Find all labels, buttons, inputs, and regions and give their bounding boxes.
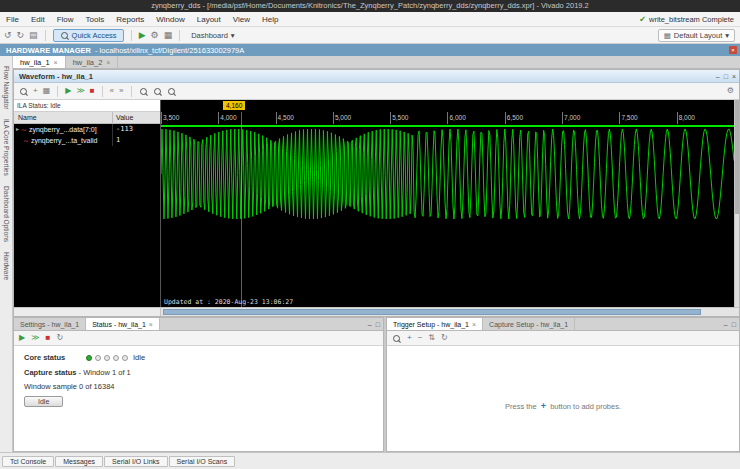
- menu-edit[interactable]: Edit: [25, 12, 51, 27]
- dashboard-dropdown[interactable]: Dashboard ▾: [187, 30, 238, 41]
- stop-trigger-icon[interactable]: ■: [90, 87, 95, 95]
- close-icon[interactable]: ×: [732, 70, 736, 83]
- quick-access-button[interactable]: Quick Access: [53, 29, 124, 42]
- maximize-icon[interactable]: □: [732, 318, 736, 331]
- wave-search-icon[interactable]: [19, 87, 28, 96]
- close-icon[interactable]: ×: [54, 59, 58, 66]
- tab-hw-ila-2[interactable]: hw_ila_2 ×: [66, 56, 119, 68]
- undo-icon[interactable]: ↺: [4, 31, 12, 40]
- column-value[interactable]: Value: [112, 112, 160, 123]
- column-name[interactable]: Name: [14, 112, 112, 123]
- tab-capture-label: Capture Setup - hw_ila_1: [489, 321, 568, 328]
- wave-scroll-track[interactable]: [161, 308, 739, 316]
- tab-settings-hw-ila-1[interactable]: Settings - hw_ila_1: [14, 318, 86, 330]
- tab-serial-io-scans[interactable]: Serial I/O Scans: [169, 456, 236, 467]
- wave-window-icon[interactable]: ▦: [43, 87, 51, 95]
- close-icon[interactable]: ×: [149, 321, 153, 328]
- analog-signal-icon: ∼: [21, 124, 27, 135]
- expand-icon[interactable]: ▸: [16, 124, 19, 135]
- menu-tools[interactable]: Tools: [80, 12, 111, 27]
- signal-row-tvalid[interactable]: ∼ zynqberry_...ta_tvalid 1: [14, 135, 160, 146]
- menu-window[interactable]: Window: [150, 12, 190, 27]
- stop-trigger-icon[interactable]: ■: [46, 334, 51, 342]
- time-marker-line[interactable]: [241, 112, 242, 307]
- wave-vertical-scrollbar[interactable]: [734, 100, 739, 307]
- maximize-icon[interactable]: □: [376, 318, 380, 331]
- tab-messages[interactable]: Messages: [55, 456, 103, 467]
- sidebar-item-dashboard-options[interactable]: Dashboard Options: [3, 186, 10, 242]
- refresh-icon[interactable]: ↻: [441, 334, 448, 342]
- settings-gear-icon[interactable]: ⚙: [151, 31, 159, 40]
- minimize-icon[interactable]: –: [368, 318, 372, 331]
- zoom-out-icon[interactable]: [153, 87, 162, 96]
- add-signal-icon[interactable]: +: [33, 87, 38, 95]
- signal-row-data[interactable]: ▸ ∼ zynqberry_...data[7:0] -113: [14, 124, 160, 135]
- wave-horizontal-scrollbar[interactable]: [14, 307, 739, 316]
- run-trigger-icon[interactable]: ▶: [65, 87, 71, 95]
- minimize-icon[interactable]: –: [716, 70, 720, 83]
- close-icon[interactable]: ×: [472, 321, 476, 328]
- ruler-tick: 5,500: [390, 112, 447, 124]
- menu-file[interactable]: File: [0, 12, 25, 27]
- status-dot-active: [86, 355, 92, 361]
- ruler-tick: 6,000: [447, 112, 504, 124]
- tab-serial-io-links[interactable]: Serial I/O Links: [104, 456, 167, 467]
- tab-tcl-console[interactable]: Tcl Console: [2, 456, 54, 467]
- name-pane-scroll-track[interactable]: [14, 308, 161, 316]
- waveform-panel-header[interactable]: Waveform - hw_ila_1 – □ ×: [14, 70, 739, 83]
- sidebar-item-hardware[interactable]: Hardware: [3, 252, 10, 280]
- menu-view[interactable]: View: [227, 12, 256, 27]
- run-immediate-icon[interactable]: ≫: [31, 334, 39, 342]
- signal-value: 1: [112, 135, 160, 146]
- reports-grid-icon[interactable]: ▦: [164, 31, 173, 40]
- zoom-fit-icon[interactable]: [167, 87, 176, 96]
- refresh-icon[interactable]: ↻: [56, 334, 63, 342]
- layout-select[interactable]: ▦ Default Layout ▾: [658, 29, 735, 42]
- menu-layout[interactable]: Layout: [191, 12, 227, 27]
- run-status[interactable]: ✔ write_bitstream Complete: [639, 12, 734, 27]
- capture-status-detail: - Window 1 of 1: [79, 368, 131, 377]
- signal-rows: ▸ ∼ zynqberry_...data[7:0] -113 ∼ zynqbe…: [14, 124, 160, 307]
- redo-icon[interactable]: ↻: [17, 31, 25, 40]
- tab-capture-setup[interactable]: Capture Setup - hw_ila_1: [483, 318, 575, 330]
- reorder-icon[interactable]: ⇅: [428, 334, 435, 342]
- menu-help[interactable]: Help: [256, 12, 284, 27]
- search-icon[interactable]: [392, 334, 401, 343]
- ruler-tick: 4,500: [276, 112, 333, 124]
- vivado-window: zynqberry_dds - [/media/psf/Home/Documen…: [0, 0, 740, 469]
- window-title: zynqberry_dds - [/media/psf/Home/Documen…: [0, 0, 740, 12]
- core-status-dots: [86, 355, 128, 361]
- tab-hw-ila-1[interactable]: hw_ila_1 ×: [13, 56, 66, 68]
- run-icon[interactable]: ▶: [139, 31, 146, 40]
- quick-access-label: Quick Access: [72, 31, 117, 40]
- minimize-icon[interactable]: –: [724, 318, 728, 331]
- wave-scroll-thumb[interactable]: [163, 309, 701, 315]
- tab-status-hw-ila-1[interactable]: Status - hw_ila_1 ×: [86, 318, 160, 330]
- wave-settings-gear-icon[interactable]: ⚙: [727, 87, 734, 95]
- menu-flow[interactable]: Flow: [51, 12, 80, 27]
- run-trigger-icon[interactable]: ▶: [19, 334, 25, 342]
- previous-marker-icon[interactable]: «: [110, 87, 114, 95]
- digital-signal-icon: ∼: [23, 135, 29, 146]
- maximize-icon[interactable]: □: [724, 70, 728, 83]
- status-panel: Settings - hw_ila_1 Status - hw_ila_1 × …: [13, 317, 384, 452]
- time-marker-label[interactable]: 4,160: [223, 101, 245, 110]
- add-probe-icon[interactable]: +: [407, 334, 412, 342]
- tab-trigger-setup[interactable]: Trigger Setup - hw_ila_1 ×: [387, 318, 483, 330]
- sidebar-item-ila-core-properties[interactable]: ILA Core Properties: [3, 119, 10, 176]
- banner-close-icon[interactable]: ×: [729, 46, 737, 54]
- wave-canvas[interactable]: [161, 124, 734, 307]
- zoom-in-icon[interactable]: [139, 87, 148, 96]
- menu-reports[interactable]: Reports: [110, 12, 150, 27]
- next-marker-icon[interactable]: »: [119, 87, 123, 95]
- signal-name: zynqberry_...ta_tvalid: [31, 135, 98, 146]
- save-icon[interactable]: ▤: [29, 31, 38, 40]
- trigger-content: Press the + button to add probes.: [387, 346, 739, 451]
- wave-plot-area[interactable]: 4,160 3,500 4,000 4,500 5,000 5,500 6,00…: [161, 100, 734, 307]
- remove-probe-icon[interactable]: −: [418, 334, 423, 342]
- trigger-panel-tabs: Trigger Setup - hw_ila_1 × Capture Setup…: [387, 318, 739, 331]
- window-sample-text: Window sample 0 of 16384: [24, 382, 373, 391]
- close-icon[interactable]: ×: [106, 59, 110, 66]
- sidebar-item-flow-navigator[interactable]: Flow Navigator: [3, 66, 10, 109]
- run-immediate-icon[interactable]: ≫: [76, 87, 84, 95]
